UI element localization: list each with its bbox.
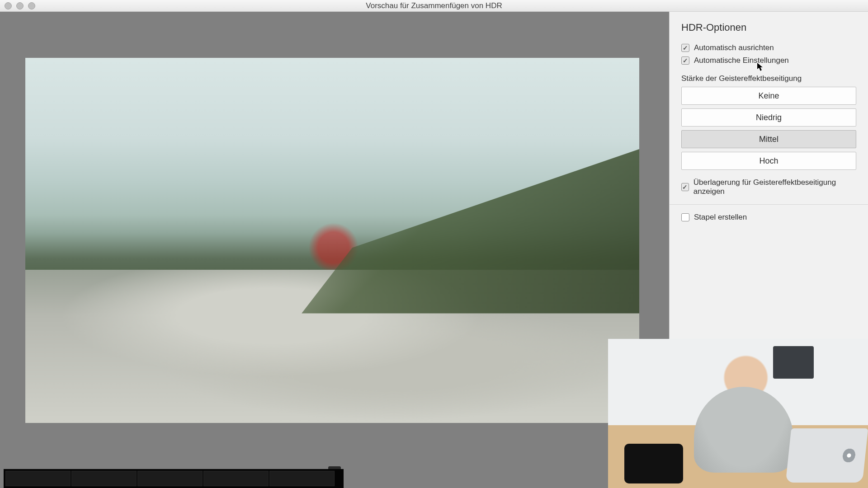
presenter-webcam-overlay <box>608 339 868 488</box>
filmstrip-thumb[interactable] <box>5 471 71 486</box>
panel-divider <box>670 204 868 205</box>
filmstrip[interactable] <box>4 469 344 488</box>
show-deghost-overlay-checkbox[interactable] <box>681 183 689 191</box>
show-deghost-overlay-label: Überlagerung für Geistereffektbeseitigun… <box>693 178 856 196</box>
deghost-strength-group: Keine Niedrig Mittel Hoch <box>681 87 856 170</box>
desk-laptop <box>786 428 868 483</box>
create-stack-checkbox[interactable] <box>681 213 689 221</box>
preview-pane <box>0 12 669 488</box>
auto-align-checkbox[interactable] <box>681 44 689 52</box>
filmstrip-thumb[interactable] <box>71 471 137 486</box>
wall-picture-frame <box>773 346 814 379</box>
deghost-none-button[interactable]: Keine <box>681 87 856 105</box>
filmstrip-thumb[interactable] <box>203 471 269 486</box>
deghost-high-button[interactable]: Hoch <box>681 152 856 170</box>
filmstrip-thumb[interactable] <box>269 471 335 486</box>
panel-heading: HDR-Optionen <box>681 22 856 33</box>
window-title: Vorschau für Zusammenfügen von HDR <box>366 1 502 10</box>
create-stack-label: Stapel erstellen <box>694 213 747 222</box>
hdr-preview-image[interactable] <box>25 58 639 423</box>
window-titlebar: Vorschau für Zusammenfügen von HDR <box>0 0 868 12</box>
deghost-strength-label: Stärke der Geistereffektbeseitigung <box>681 74 856 83</box>
window-traffic-lights <box>5 2 35 9</box>
auto-settings-checkbox[interactable] <box>681 56 689 65</box>
filmstrip-thumb[interactable] <box>137 471 203 486</box>
minimize-window-icon[interactable] <box>16 2 24 9</box>
auto-align-label: Automatisch ausrichten <box>694 43 774 52</box>
close-window-icon[interactable] <box>5 2 12 9</box>
zoom-window-icon[interactable] <box>28 2 35 9</box>
auto-settings-label: Automatische Einstellungen <box>694 56 789 65</box>
presenter-person <box>694 387 793 473</box>
deghost-mid-button[interactable]: Mittel <box>681 130 856 148</box>
deghost-low-button[interactable]: Niedrig <box>681 108 856 127</box>
desk-camera <box>624 444 683 483</box>
